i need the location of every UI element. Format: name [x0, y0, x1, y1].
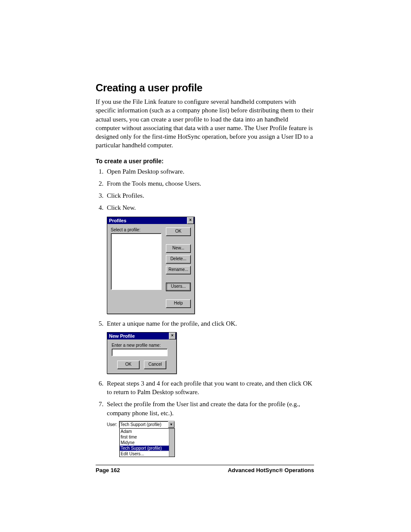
cancel-button[interactable]: Cancel	[144, 361, 166, 369]
chevron-down-icon[interactable]: ▼	[168, 421, 174, 428]
page-footer: Page 162 Advanced HotSync® Operations	[96, 465, 314, 473]
user-option-first-time[interactable]: first time	[120, 434, 174, 440]
step-5: Enter a unique name for the profile, and…	[105, 319, 314, 328]
step-3: Click Profiles.	[105, 191, 314, 200]
new-profile-title: New Profile	[109, 333, 135, 339]
close-icon[interactable]: ×	[187, 217, 194, 224]
page-number: Page 162	[96, 467, 120, 473]
profiles-dialog: Profiles × Select a profile: OK New... D…	[107, 217, 195, 314]
user-label: User:	[107, 422, 117, 427]
profiles-titlebar[interactable]: Profiles ×	[107, 217, 194, 224]
user-dropdown-list[interactable]: Adam first time Midyne Tech Support (pro…	[119, 428, 175, 457]
user-option-midyne[interactable]: Midyne	[120, 440, 174, 445]
intro-paragraph: If you use the File Link feature to conf…	[96, 97, 314, 150]
user-selector: User: Tech Support (profile) ▼ Adam firs…	[107, 421, 175, 457]
user-option-tech-support[interactable]: Tech Support (profile)	[120, 445, 174, 451]
user-selected-value: Tech Support (profile)	[120, 422, 162, 427]
scrollbar[interactable]	[169, 429, 174, 457]
step-6: Repeat steps 3 and 4 for each profile th…	[105, 379, 314, 397]
user-option-adam[interactable]: Adam	[120, 429, 174, 434]
user-combobox[interactable]: Tech Support (profile) ▼	[119, 421, 175, 428]
close-icon[interactable]: ×	[169, 333, 176, 339]
step-2: From the Tools menu, choose Users.	[105, 179, 314, 188]
delete-button[interactable]: Delete...	[166, 255, 191, 264]
new-button[interactable]: New...	[166, 244, 191, 253]
profile-listbox[interactable]	[111, 233, 162, 290]
procedure-steps-continued-2: Repeat steps 3 and 4 for each profile th…	[96, 379, 314, 417]
procedure-steps: Open Palm Desktop software. From the Too…	[96, 167, 314, 212]
step-1: Open Palm Desktop software.	[105, 167, 314, 176]
procedure-steps-continued: Enter a unique name for the profile, and…	[96, 319, 314, 328]
new-profile-label: Enter a new profile name:	[112, 343, 172, 348]
step-7: Select the profile from the User list an…	[105, 400, 314, 417]
ok-button[interactable]: OK	[166, 227, 191, 236]
new-profile-dialog: New Profile × Enter a new profile name: …	[107, 332, 177, 374]
profile-name-input[interactable]	[112, 348, 168, 356]
profiles-title: Profiles	[109, 218, 126, 223]
page-heading: Creating a user profile	[96, 82, 314, 94]
user-option-edit-users[interactable]: Edit Users...	[120, 451, 174, 457]
rename-button[interactable]: Rename...	[166, 266, 191, 274]
select-profile-label: Select a profile:	[111, 227, 162, 232]
ok-button[interactable]: OK	[117, 361, 140, 369]
step-4: Click New.	[105, 203, 314, 212]
section-title: Advanced HotSync® Operations	[228, 467, 314, 473]
new-profile-titlebar[interactable]: New Profile ×	[107, 333, 176, 339]
help-button[interactable]: Help	[166, 299, 191, 308]
users-button[interactable]: Users...	[166, 283, 191, 291]
procedure-subhead: To create a user profile:	[96, 158, 314, 165]
